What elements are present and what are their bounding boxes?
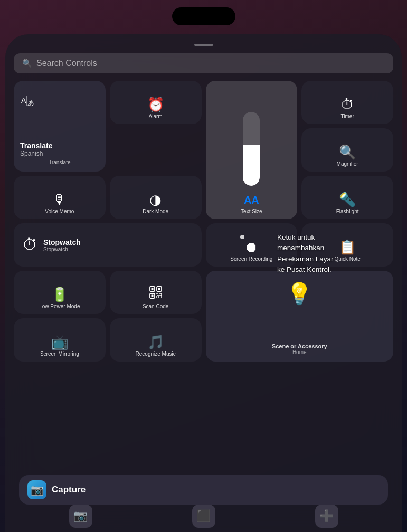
bottom-dock: 📷 ⬛ ➕ <box>19 505 388 528</box>
voice-memo-control[interactable]: 🎙 Voice Memo <box>14 176 106 219</box>
scene-sub-label: Home <box>272 349 327 355</box>
svg-text:あ: あ <box>27 99 34 107</box>
scene-bulb-icon: 💡 <box>286 281 313 306</box>
translate-control[interactable]: A あ Translate Spanish Translate <box>14 81 106 172</box>
screen-mirroring-control[interactable]: 📺 Screen Mirroring <box>14 318 106 362</box>
callout-line <box>243 238 280 238</box>
screen-recording-icon: ⏺ <box>244 240 258 254</box>
capture-bar[interactable]: 📷 Capture <box>19 475 388 505</box>
recognize-music-control[interactable]: 🎵 Recognize Music <box>110 318 202 362</box>
scan-code-label: Scan Code <box>143 303 168 310</box>
low-power-label: Low Power Mode <box>39 303 80 310</box>
dark-mode-control[interactable]: ◑ Dark Mode <box>110 176 202 219</box>
callout-text: Ketuk untukmenambahkanPerekaman Layarke … <box>275 232 407 275</box>
timer-label: Timer <box>341 113 354 120</box>
alarm-label: Alarm <box>149 113 163 120</box>
drag-handle <box>194 44 213 46</box>
translate-caption: Translate <box>20 159 99 165</box>
textsize-fill <box>243 145 260 186</box>
search-bar[interactable]: 🔍 Search Controls <box>14 53 393 73</box>
scene-accessory-control[interactable]: 💡 Scene or Accessory Home <box>206 271 394 362</box>
textsize-bar-container <box>209 85 295 190</box>
scene-labels: Scene or Accessory Home <box>272 343 327 355</box>
scene-main-label: Scene or Accessory <box>272 343 327 349</box>
translate-icon: A あ <box>20 91 37 112</box>
alarm-control[interactable]: ⏰ Alarm <box>110 81 202 124</box>
svg-rect-7 <box>151 288 153 290</box>
svg-rect-8 <box>158 288 160 290</box>
dynamic-island <box>172 7 235 25</box>
callout-annotation: Ketuk untukmenambahkanPerekaman Layarke … <box>275 232 407 275</box>
callout-dot <box>240 235 244 239</box>
dark-mode-icon: ◑ <box>149 193 162 206</box>
stopwatch-control[interactable]: ⏱ Stopwatch Stopwatch <box>14 223 202 267</box>
recognize-music-icon: 🎵 <box>147 335 164 349</box>
control-center-overlay: 🔍 Search Controls A あ Translate Spanish <box>5 34 402 532</box>
flashlight-label: Flashlight <box>336 208 359 215</box>
stopwatch-icon: ⏱ <box>22 236 38 254</box>
textsize-label: Text Size <box>241 208 262 215</box>
translate-label-main: Translate <box>20 141 99 150</box>
dock-icon-scan[interactable]: ⬛ <box>192 505 215 528</box>
timer-icon: ⏱ <box>340 98 354 111</box>
phone-background: 🔍 Search Controls A あ Translate Spanish <box>0 0 407 532</box>
stopwatch-label-sub: Stopwatch <box>43 246 81 252</box>
timer-control[interactable]: ⏱ Timer <box>301 81 393 124</box>
dock-icon-add[interactable]: ➕ <box>315 505 338 528</box>
svg-rect-9 <box>151 295 153 297</box>
screen-mirroring-icon: 📺 <box>51 335 68 349</box>
stopwatch-label-main: Stopwatch <box>43 238 81 246</box>
scan-code-icon <box>149 286 163 301</box>
magnifier-label: Magnifier <box>337 161 358 167</box>
voice-memo-icon: 🎙 <box>53 193 67 206</box>
flashlight-icon: 🔦 <box>339 193 356 206</box>
controls-grid: A あ Translate Spanish Translate ⏰ Alarm … <box>14 81 393 362</box>
screen-recording-label: Screen Recording <box>230 256 272 262</box>
svg-text:A: A <box>21 96 26 104</box>
recognize-music-label: Recognize Music <box>136 351 176 357</box>
dark-mode-label: Dark Mode <box>143 208 168 215</box>
translate-label-sub: Spanish <box>20 150 99 157</box>
textsize-aa-label: AA <box>244 194 259 206</box>
flashlight-control[interactable]: 🔦 Flashlight <box>301 176 393 219</box>
text-size-control[interactable]: AA Text Size <box>206 81 298 219</box>
textsize-track <box>243 112 260 186</box>
alarm-icon: ⏰ <box>147 98 164 111</box>
dock-icon-camera[interactable]: 📷 <box>69 505 92 528</box>
capture-label: Capture <box>52 484 86 495</box>
magnifier-icon: 🔍 <box>339 145 356 159</box>
low-power-icon: 🔋 <box>51 288 68 301</box>
search-icon: 🔍 <box>22 59 32 68</box>
scan-code-control[interactable]: Scan Code <box>110 271 202 314</box>
low-power-control[interactable]: 🔋 Low Power Mode <box>14 271 106 314</box>
magnifier-control[interactable]: 🔍 Magnifier <box>301 128 393 172</box>
search-placeholder: Search Controls <box>36 59 97 68</box>
screen-mirroring-label: Screen Mirroring <box>40 351 79 357</box>
capture-app-icon: 📷 <box>27 480 46 499</box>
voice-memo-label: Voice Memo <box>45 208 74 215</box>
